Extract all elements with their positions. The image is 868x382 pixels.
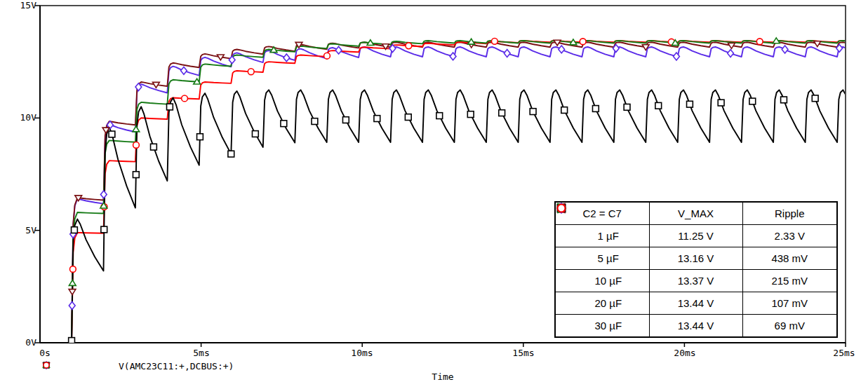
table-row: 1 µF 11.25 V 2.33 V [555,225,837,247]
square-marker-icon [781,97,787,103]
square-marker-icon [109,131,115,137]
square-marker-icon [72,227,78,233]
x-axis-title: Time [432,371,453,382]
circle-marker-icon [491,38,498,44]
square-marker-icon [467,111,474,118]
cap-value: 10 µF [577,275,649,287]
results-annotation-table: C2 = C7 V_MAX Ripple 1 µF 11.25 V 2.33 V… [554,201,838,338]
triangle-up-marker-icon [85,360,100,371]
col-header-cap: C2 = C7 [555,202,649,225]
square-marker-icon [405,114,411,121]
ripple-value: 69 mV [742,315,837,338]
diamond-marker-icon [335,46,342,54]
table-row: 30 µF 13.44 V 69 mV [555,315,837,338]
x-tick-label-15ms: 15ms [512,348,534,358]
cap-value: 20 µF [577,297,649,309]
triangle-up-marker-icon [69,280,76,286]
y-tick-label-10v: 10V [8,113,36,123]
triangle-up-marker-icon [133,126,140,132]
circle-marker-icon [580,39,586,45]
square-marker-icon [342,117,349,123]
circle-marker-icon [69,266,76,273]
cap-value: 30 µF [577,320,649,332]
square-marker-icon [718,100,724,106]
circle-marker-icon [324,53,330,59]
circle-marker-icon [248,69,254,75]
circle-marker-icon [100,360,114,371]
cap-value: 1 µF [577,230,649,242]
triangle-down-marker-icon [69,289,76,295]
triangle-right-marker-icon [566,298,577,309]
table-header-row: C2 = C7 V_MAX Ripple [555,202,837,225]
square-marker-icon [133,172,139,178]
y-tick-label-0v: 0V [8,338,36,348]
circle-marker-icon [133,142,140,149]
triangle-left-marker-icon [566,275,577,287]
diamond-marker-icon [728,50,734,57]
square-marker-icon [749,98,756,104]
square-marker-icon [281,121,287,127]
vmax-value: 13.37 V [649,270,742,292]
vmax-value: 13.44 V [649,315,742,338]
square-marker-icon [812,95,818,102]
diamond-marker-icon [559,46,565,53]
square-marker-icon [101,226,107,233]
square-marker-icon [228,151,234,157]
square-marker-icon [687,101,693,107]
square-marker-icon [167,104,173,110]
y-tick-label-15v: 15V [8,1,36,11]
x-tick-label-25ms: 25ms [833,348,855,358]
diamond-marker-icon [69,302,75,310]
col-header-vmax: V_MAX [649,202,742,225]
col-header-ripple: Ripple [742,202,837,225]
square-marker-icon [566,231,577,242]
circle-marker-icon [406,43,412,49]
trace-expression-label: V(AMC23C11:+,DCBUS:+) [119,361,234,371]
circle-marker-icon [44,362,49,368]
ripple-value: 215 mV [742,270,837,292]
vmax-value: 11.25 V [649,225,742,247]
square-marker-icon [436,113,443,119]
circle-marker-icon [558,205,566,212]
square-marker-icon [499,110,505,116]
diamond-marker-icon [181,67,187,74]
diamond-marker-icon [782,46,788,53]
triangle-down-marker-icon [70,360,85,371]
table-row: 5 µF 13.16 V 438 mV [555,247,837,270]
x-tick-label-10ms: 10ms [351,348,373,358]
diamond-marker-icon [229,56,235,64]
square-marker-icon [655,102,662,109]
x-tick-label-5ms: 5ms [193,348,209,358]
square-marker-icon [312,118,318,125]
diamond-marker-icon [100,191,107,198]
square-marker-icon [374,116,380,122]
vmax-value: 13.44 V [649,292,742,315]
y-tick-label-5v: 5V [8,226,36,236]
diamond-marker-icon [283,54,290,62]
square-marker-icon [151,144,157,150]
square-marker-icon [561,107,568,114]
x-tick-label-0s: 0s [39,348,51,358]
diamond-marker-icon [566,253,577,264]
table-row: 20 µF 13.44 V 107 mV [555,292,837,315]
ripple-value: 438 mV [742,247,837,270]
circle-marker-icon [566,320,577,332]
probe-plot-window: 15V 10V 5V 0V 0s 5ms 10ms 15ms 20ms 25ms… [0,0,868,382]
circle-marker-icon [756,39,763,45]
x-tick-label-20ms: 20ms [674,348,695,358]
vmax-value: 13.16 V [649,247,742,270]
cap-value: 5 µF [577,252,649,264]
table-row: 10 µF 13.37 V 215 mV [555,270,837,292]
square-marker-icon [530,109,536,115]
square-marker-icon [592,106,599,112]
diamond-marker-icon [55,360,70,371]
circle-marker-icon [182,95,188,102]
ripple-value: 107 mV [742,292,837,315]
trace-legend: V(AMC23C11:+,DCBUS:+) [41,360,234,372]
square-marker-icon [624,104,630,110]
square-marker-icon [252,131,258,137]
ripple-value: 2.33 V [742,225,837,247]
square-marker-icon [197,134,203,140]
diamond-marker-icon [504,50,510,57]
